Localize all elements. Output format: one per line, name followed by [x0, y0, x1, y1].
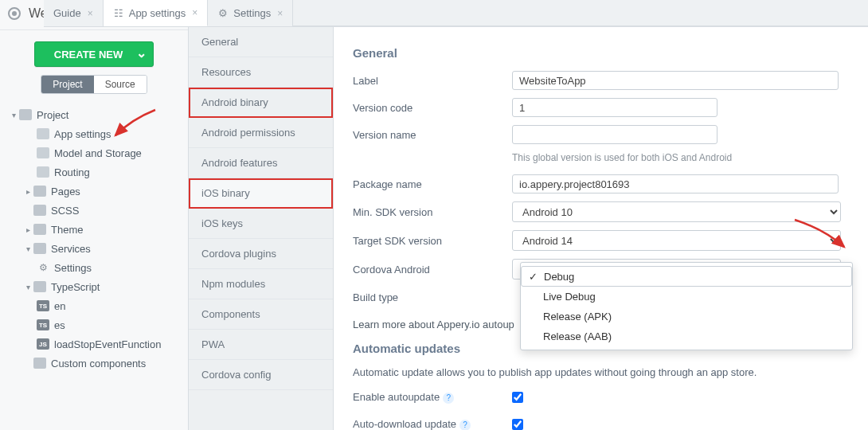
close-icon[interactable]: ×	[192, 7, 197, 18]
folder-icon	[33, 224, 46, 235]
build-opt-debug[interactable]: Debug	[521, 266, 852, 287]
tree-model-storage[interactable]: Model and Storage	[5, 143, 183, 162]
tree-custom[interactable]: Custom components	[5, 354, 183, 373]
subtab-source[interactable]: Source	[94, 76, 147, 93]
nav-ios-keys[interactable]: iOS keys	[189, 209, 333, 239]
nav-android-features[interactable]: Android features	[189, 148, 333, 178]
version-code-input[interactable]	[512, 98, 717, 117]
tree-scss[interactable]: SCSS	[5, 201, 183, 220]
tree-settings-leaf[interactable]: ⚙Settings	[5, 258, 183, 277]
info-icon[interactable]: ?	[443, 393, 454, 404]
version-hint: This global version is used for both iOS…	[512, 152, 849, 163]
version-name-input[interactable]	[512, 125, 717, 144]
tree-app-settings[interactable]: App settings	[5, 124, 183, 143]
nav-components[interactable]: Components	[189, 299, 333, 330]
close-icon[interactable]: ×	[88, 8, 93, 19]
folder-icon	[33, 358, 46, 369]
create-new-button[interactable]: CREATE NEW ⌄	[34, 41, 154, 67]
ts-icon: TS	[37, 300, 49, 311]
js-icon: JS	[37, 338, 49, 350]
nav-cordova-config[interactable]: Cordova config	[189, 360, 333, 390]
ts-icon: TS	[37, 319, 49, 330]
package-lbl: Package name	[353, 178, 512, 190]
tree-routing[interactable]: Routing	[5, 162, 183, 182]
build-opt-release-aab[interactable]: Release (AAB)	[521, 326, 852, 346]
nav-cordova-plugins[interactable]: Cordova plugins	[189, 239, 333, 269]
nav-android-binary[interactable]: Android binary	[189, 88, 333, 118]
subtab-project[interactable]: Project	[41, 76, 93, 93]
info-icon[interactable]: ?	[459, 420, 471, 430]
target-sdk-lbl: Target SDK version	[353, 235, 512, 247]
build-opt-release-apk[interactable]: Release (APK)	[521, 307, 852, 326]
folder-icon	[33, 243, 46, 254]
folder-icon	[33, 281, 46, 292]
nav-npm-modules[interactable]: Npm modules	[189, 269, 333, 299]
page-icon	[37, 166, 49, 178]
tab-guide[interactable]: Guide×	[44, 0, 104, 26]
project-source-toggle: Project Source	[41, 75, 147, 94]
tree-pages[interactable]: ▸Pages	[5, 182, 183, 201]
project-tree: ▾Project App settings Model and Storage …	[0, 102, 188, 376]
build-opt-live-debug[interactable]: Live Debug	[521, 287, 852, 307]
min-sdk-lbl: Min. SDK version	[353, 206, 512, 218]
nav-resources[interactable]: Resources	[189, 57, 333, 88]
cordova-lbl: Cordova Android	[353, 264, 512, 276]
close-icon[interactable]: ×	[277, 8, 283, 19]
project-sidebar: WebsiteToApp ‹‹ CREATE NEW ⌄ Project Sou…	[0, 0, 189, 430]
chevron-down-icon: ⌄	[136, 45, 147, 61]
gear-icon: ⚙	[217, 8, 229, 19]
tree-project[interactable]: ▾Project	[5, 105, 183, 124]
tree-services[interactable]: ▾Services	[5, 239, 183, 258]
nav-general[interactable]: General	[189, 27, 333, 57]
nav-android-permissions[interactable]: Android permissions	[189, 118, 333, 148]
tab-settings[interactable]: ⚙ Settings×	[208, 0, 293, 26]
page-icon	[37, 147, 49, 158]
nav-pwa[interactable]: PWA	[189, 330, 333, 360]
label-lbl: Label	[353, 75, 512, 87]
build-type-menu: Debug Live Debug Release (APK) Release (…	[520, 262, 853, 350]
folder-icon	[33, 186, 46, 197]
version-code-lbl: Version code	[353, 102, 512, 114]
tree-ts-en[interactable]: TSen	[5, 296, 183, 315]
build-type-lbl: Build type	[353, 291, 512, 303]
target-sdk-select[interactable]: Android 14	[512, 230, 841, 251]
folder-icon	[19, 109, 32, 120]
enable-autoupdate-checkbox[interactable]	[512, 392, 523, 403]
sliders-icon: ☷	[113, 7, 124, 18]
tree-theme[interactable]: ▸Theme	[5, 220, 183, 239]
settings-side-nav: General Resources Android binary Android…	[189, 27, 334, 430]
tab-app-settings[interactable]: ☷ App settings×	[104, 0, 209, 26]
tree-ts-es[interactable]: TSes	[5, 315, 183, 334]
learn-more-text: Learn more about Appery.io autoup	[353, 319, 514, 330]
gear-icon: ⚙	[37, 262, 49, 273]
settings-content: General Label Version code Version name …	[334, 27, 868, 430]
auto-desc: Automatic update allows you to publish a…	[353, 366, 849, 378]
auto-download-lbl: Auto-download update?	[353, 418, 512, 430]
nav-ios-binary[interactable]: iOS binary	[189, 178, 333, 209]
section-general-heading: General	[353, 46, 849, 60]
create-new-label: CREATE NEW	[54, 49, 123, 61]
version-name-lbl: Version name	[353, 129, 512, 141]
min-sdk-select[interactable]: Android 10	[512, 201, 841, 222]
enable-autoupdate-lbl: Enable autoupdate?	[353, 391, 512, 404]
editor-tabs: Guide× ☷ App settings× ⚙ Settings×	[44, 0, 868, 27]
label-input[interactable]	[512, 71, 839, 90]
tree-typescript[interactable]: ▾TypeScript	[5, 277, 183, 296]
app-logo-icon	[8, 7, 21, 20]
folder-icon	[33, 205, 46, 216]
page-icon	[37, 128, 49, 139]
auto-download-checkbox[interactable]	[512, 419, 523, 430]
package-input[interactable]	[512, 174, 839, 194]
tree-loadstop[interactable]: JSloadStopEventFunction	[5, 334, 183, 354]
